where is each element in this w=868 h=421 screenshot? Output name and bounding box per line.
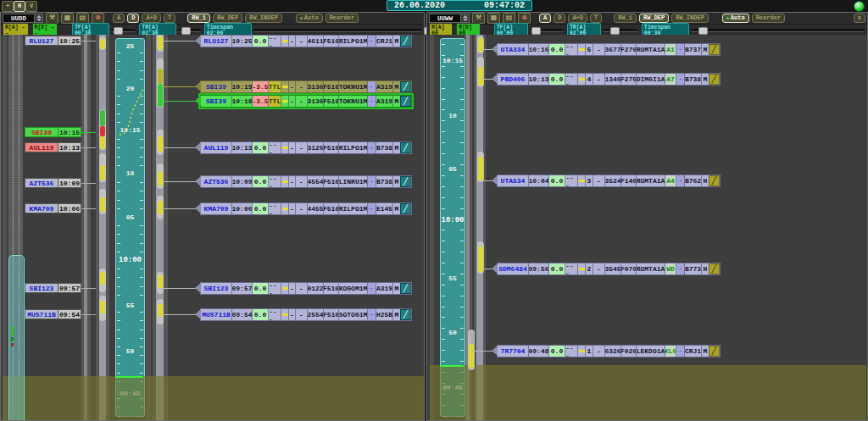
timeline-track[interactable] [3, 35, 7, 420]
flight-strip[interactable]: UTA53410:040.0---3-3524F140ROMTA1AA4···B… [497, 174, 721, 187]
strip-action-icon[interactable]: ╱ [400, 176, 411, 187]
schedule-bar[interactable] [99, 153, 106, 182]
airport-select[interactable]: UUDD [3, 14, 43, 23]
timeline-track[interactable] [81, 35, 91, 420]
strip-action-icon[interactable]: ╱ [400, 96, 411, 107]
runway-button-rw_indep[interactable]: RW_INDEP [245, 14, 282, 23]
mode-button-a-d[interactable]: A+D [142, 14, 161, 23]
strip-action-icon[interactable]: ╱ [400, 81, 411, 92]
flight-strip[interactable]: 7R770409:480.0---1-6326F020LEKDO1AKLG···… [497, 345, 721, 357]
strip-action-icon[interactable]: ╱ [709, 44, 720, 55]
runway-button-rw_indep[interactable]: RW_INDEP [671, 14, 709, 23]
schedule-bar[interactable] [157, 196, 164, 219]
slider-track-2[interactable] [691, 29, 865, 32]
time-ruler[interactable]: 10:15100510:00555009:45 [440, 38, 465, 417]
schedule-bar[interactable] [468, 330, 475, 370]
mode-button-a[interactable]: A [113, 14, 125, 23]
vertical-layout-button[interactable]: V [25, 1, 37, 12]
slider-track-0[interactable] [530, 29, 564, 32]
strip-action-icon[interactable]: ╱ [709, 74, 720, 85]
airport-select-spinner[interactable] [461, 14, 470, 23]
reorder-button[interactable]: Reorder [752, 14, 785, 23]
schedule-bar[interactable] [477, 57, 484, 87]
mode-button-a[interactable]: A [539, 14, 551, 23]
flight-strip[interactable]: SDM648409:560.0---2-3545F070ROMTA1AWD···… [497, 263, 721, 275]
panel-close-button[interactable]: x [854, 14, 865, 23]
schedule-bar[interactable] [157, 163, 164, 189]
flight-strip[interactable]: RLU12710:250.0-----4611F510RILPO1M···CRJ… [200, 35, 412, 47]
schedule-bar[interactable] [99, 269, 106, 292]
airport-select[interactable]: UUWW [429, 14, 470, 23]
slider-handle-2[interactable] [698, 27, 708, 35]
horizontal-layout-button[interactable]: H [14, 1, 25, 12]
airport-select-spinner[interactable] [35, 14, 43, 23]
mode-button-t[interactable]: T [164, 14, 175, 23]
flight-time-label[interactable]: SBI12309:57 [25, 283, 81, 293]
flight-strip[interactable]: AZT53610:090.0-----4554F510LINRU1M···B73… [200, 175, 412, 188]
label-time: 10:25 [58, 36, 81, 46]
strip-action-icon[interactable]: ╱ [400, 203, 411, 214]
flight-strip[interactable]: SBI12309:570.0-----0122F510KOGOM1M···A31… [200, 282, 412, 295]
schedule-bar[interactable] [99, 109, 106, 150]
schedule-bar[interactable] [157, 272, 164, 294]
flight-time-label[interactable]: RLU12710:25 [25, 36, 81, 46]
slider-track-1[interactable] [178, 29, 201, 32]
timeline-track[interactable] [146, 35, 151, 420]
reorder-button[interactable]: Reorder [326, 14, 359, 23]
schedule-bar[interactable] [99, 296, 106, 321]
flight-strip[interactable]: PBD40610:130.0---4-1340F275DIMGI1AA7···B… [497, 73, 721, 86]
strip-action-icon[interactable]: ╱ [709, 263, 720, 274]
slider-handle-1[interactable] [610, 27, 620, 35]
add-view-button[interactable]: + [2, 1, 14, 12]
timeline-track[interactable] [474, 35, 486, 420]
timeline-track[interactable] [430, 35, 434, 420]
schedule-bar[interactable] [157, 130, 164, 155]
mode-button-d[interactable]: D [127, 14, 139, 23]
flight-strip[interactable]: MUS711B09:540.0-----2554F510SOTOG1M···H2… [200, 308, 412, 321]
slider-handle-1[interactable] [181, 27, 191, 35]
flight-time-label[interactable]: AZT53610:09 [25, 178, 81, 188]
timeline-track[interactable] [96, 35, 109, 420]
schedule-bar[interactable] [99, 189, 106, 214]
flight-strip[interactable]: AUL11910:130.0-----3126F510RILPO1M···B73… [200, 141, 412, 154]
strip-cell-fl: F275 [621, 74, 637, 85]
flight-time-label[interactable]: MUS711B09:54 [25, 309, 81, 319]
strip-action-icon[interactable]: ╱ [709, 175, 720, 186]
schedule-bar[interactable] [99, 36, 106, 50]
flight-strip[interactable]: SBI3910:19-3.5TTL--3136F510TOKNU1M···A31… [200, 80, 412, 93]
runway-button-rw_1[interactable]: RW_1 [187, 14, 210, 23]
runway-button-rw_dep[interactable]: RW_DEP [213, 14, 242, 23]
time-ruler[interactable]: 252010:15100510:00555009:45 [115, 38, 145, 417]
strip-action-icon[interactable]: ╱ [709, 346, 720, 357]
flight-time-label[interactable]: KMA70910:06 [25, 203, 81, 213]
slider-handle-0[interactable] [531, 27, 541, 35]
schedule-bar[interactable] [477, 36, 484, 53]
slider-track-0[interactable] [111, 29, 136, 32]
slider-handle-0[interactable] [114, 27, 123, 35]
flight-time-label[interactable]: AUL11910:13 [25, 142, 81, 152]
auto-toggle-button[interactable]: Auto [722, 14, 749, 23]
strip-action-icon[interactable]: ╱ [400, 142, 411, 153]
schedule-bar[interactable] [477, 152, 484, 182]
auto-toggle-button[interactable]: Auto [296, 14, 323, 23]
strip-action-icon[interactable]: ╱ [400, 36, 411, 47]
strip-action-icon[interactable]: ╱ [400, 309, 411, 320]
slider-track-1[interactable] [603, 29, 638, 32]
mode-button-a-d[interactable]: A+D [568, 14, 587, 23]
mode-button-t[interactable]: T [590, 14, 602, 23]
auto-label: Auto [304, 14, 319, 22]
schedule-bar[interactable] [157, 35, 164, 52]
flight-strip[interactable]: SBI3910:18-3.5TTL--3136F510TOKNU1M···A31… [200, 95, 412, 108]
flight-strip[interactable]: KMA70910:060.0-----4455F510RILPO1M···E14… [200, 202, 412, 215]
runway-button-rw_dep[interactable]: RW_DEP [639, 14, 669, 23]
slider-track-2[interactable] [253, 29, 422, 32]
mode-button-d[interactable]: D [554, 14, 565, 23]
runway-button-rw_1[interactable]: RW_1 [614, 14, 637, 23]
flight-time-label[interactable]: SBI3910:15 [25, 127, 81, 137]
schedule-bar[interactable] [157, 299, 164, 324]
strip-action-icon[interactable]: ╱ [400, 283, 411, 294]
ruler-time-label: 10 [116, 169, 144, 177]
strip-cell-yb [281, 81, 289, 92]
flight-strip[interactable]: UTA33410:160.0---5-3677F270ROMTA1AA1···B… [497, 43, 721, 56]
minute-tick [117, 234, 120, 235]
